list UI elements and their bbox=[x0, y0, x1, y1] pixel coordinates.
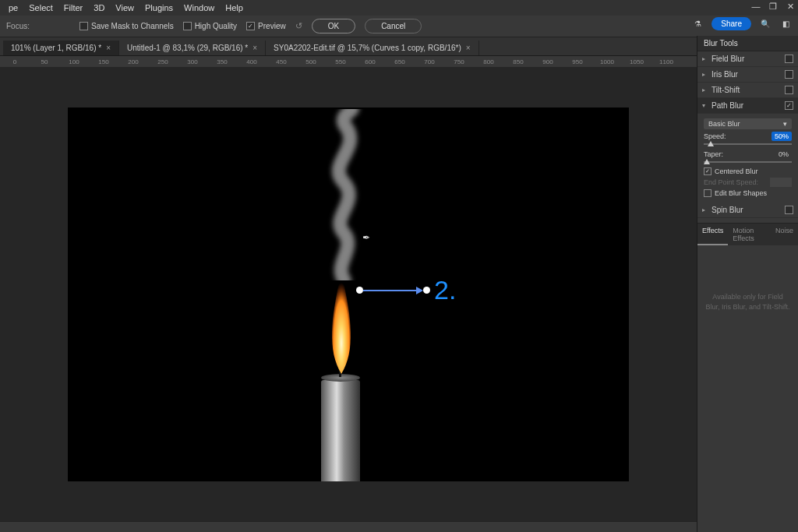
effects-tabs: Effects Motion Effects Noise bbox=[697, 223, 798, 245]
panel-title: Blur Tools bbox=[697, 36, 798, 51]
window-controls: — ❐ ✕ bbox=[751, 2, 795, 11]
tool-spin-blur[interactable]: ▸Spin Blur bbox=[697, 203, 798, 218]
horizontal-ruler: 0501001502002503003504004505005506006507… bbox=[0, 56, 798, 67]
tool-path-blur[interactable]: ▾Path Blur✓ bbox=[697, 98, 798, 114]
blur-tools-panel: Blur Tools ▸Field Blur ▸Iris Blur ▸Tilt-… bbox=[697, 36, 798, 532]
menu-item[interactable]: 3D bbox=[88, 0, 110, 16]
cancel-button[interactable]: Cancel bbox=[365, 19, 422, 33]
document-tab[interactable]: 101% (Layer 1, RGB/16) *× bbox=[3, 41, 119, 55]
menu-item[interactable]: Select bbox=[23, 0, 58, 16]
focus-label: Focus: bbox=[6, 22, 30, 30]
save-mask-checkbox[interactable]: Save Mask to Channels bbox=[79, 22, 174, 30]
options-bar: Focus: Save Mask to Channels High Qualit… bbox=[0, 16, 798, 37]
tool-tilt-shift[interactable]: ▸Tilt-Shift bbox=[697, 83, 798, 98]
tab-effects[interactable]: Effects bbox=[697, 224, 728, 245]
path-blur-handle[interactable] bbox=[356, 287, 430, 294]
flask-icon[interactable]: ⚗ bbox=[691, 18, 704, 30]
tab-noise[interactable]: Noise bbox=[771, 224, 798, 245]
taper-label: Taper: bbox=[704, 150, 723, 158]
speed-value[interactable]: 50% bbox=[772, 132, 792, 141]
chevron-down-icon: ▾ bbox=[783, 120, 787, 128]
workspace-icon[interactable]: ◧ bbox=[779, 18, 792, 30]
endpoint-value bbox=[770, 178, 792, 187]
speed-slider[interactable] bbox=[704, 143, 792, 145]
menu-item[interactable]: Window bbox=[178, 0, 220, 16]
restore-icon[interactable]: ❐ bbox=[768, 2, 778, 11]
document-tab[interactable]: Untitled-1 @ 83,1% (29, RGB/16) *× bbox=[119, 41, 266, 55]
path-arrow-icon[interactable] bbox=[416, 287, 423, 294]
path-line[interactable] bbox=[363, 290, 416, 291]
candle-flame bbox=[323, 273, 360, 374]
endpoint-label: End Point Speed: bbox=[704, 178, 758, 186]
share-button[interactable]: Share bbox=[711, 17, 751, 30]
menu-bar: pe Select Filter 3D View Plugins Window … bbox=[0, 0, 798, 16]
reset-icon[interactable]: ↺ bbox=[295, 21, 302, 31]
path-start-dot[interactable] bbox=[356, 287, 363, 294]
workspace[interactable]: ✒ 2. bbox=[0, 67, 697, 521]
high-quality-checkbox[interactable]: High Quality bbox=[183, 22, 237, 30]
blur-mode-dropdown[interactable]: Basic Blur▾ bbox=[704, 118, 792, 129]
minimize-icon[interactable]: — bbox=[751, 2, 761, 11]
menu-item[interactable]: Filter bbox=[58, 0, 88, 16]
ok-button[interactable]: OK bbox=[312, 19, 355, 33]
smoke bbox=[302, 109, 380, 280]
annotation-number: 2. bbox=[434, 275, 456, 305]
menu-item[interactable]: Plugins bbox=[139, 0, 178, 16]
candle-body bbox=[321, 380, 360, 481]
close-icon[interactable]: ✕ bbox=[786, 2, 795, 11]
close-tab-icon[interactable]: × bbox=[252, 44, 257, 52]
path-blur-settings: Basic Blur▾ Speed:50% Taper:0% ✓Centered… bbox=[697, 114, 798, 203]
pen-cursor-icon: ✒ bbox=[362, 232, 370, 243]
tool-iris-blur[interactable]: ▸Iris Blur bbox=[697, 67, 798, 83]
availability-message: Available only for Field Blur, Iris Blur… bbox=[697, 245, 798, 358]
document-tab[interactable]: SY0A2202-Edit.tif @ 15,7% (Curves 1 copy… bbox=[266, 41, 478, 55]
document-tabs: 101% (Layer 1, RGB/16) *× Untitled-1 @ 8… bbox=[0, 37, 798, 56]
tab-motion-effects[interactable]: Motion Effects bbox=[728, 224, 771, 245]
menu-item[interactable]: View bbox=[110, 0, 139, 16]
status-bar bbox=[0, 521, 697, 532]
menu-item[interactable]: Help bbox=[220, 0, 249, 16]
taper-slider[interactable] bbox=[704, 161, 792, 163]
path-end-dot[interactable] bbox=[423, 287, 430, 294]
search-icon[interactable]: 🔍 bbox=[759, 18, 772, 30]
canvas[interactable]: ✒ 2. bbox=[68, 107, 629, 481]
close-tab-icon[interactable]: × bbox=[106, 44, 111, 52]
speed-label: Speed: bbox=[704, 132, 726, 140]
taper-value[interactable]: 0% bbox=[775, 150, 792, 159]
top-right-tools: ⚗ Share 🔍 ◧ bbox=[691, 17, 792, 30]
close-tab-icon[interactable]: × bbox=[466, 44, 471, 52]
menu-item[interactable]: pe bbox=[3, 0, 23, 16]
tool-field-blur[interactable]: ▸Field Blur bbox=[697, 51, 798, 67]
edit-blur-shapes-checkbox[interactable]: Edit Blur Shapes bbox=[704, 189, 792, 197]
centered-blur-checkbox[interactable]: ✓Centered Blur bbox=[704, 167, 792, 175]
preview-checkbox[interactable]: ✓Preview bbox=[246, 22, 286, 30]
